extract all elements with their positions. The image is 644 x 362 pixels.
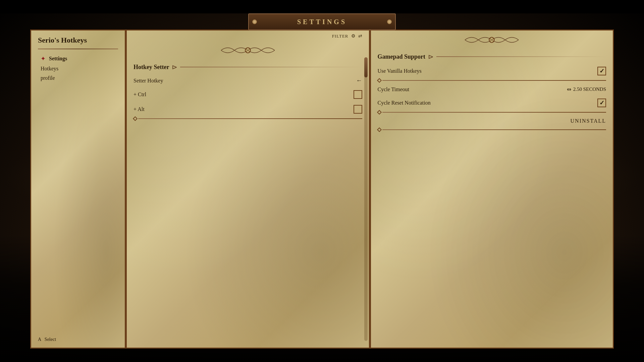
- uninstall-button[interactable]: UNINSTALL: [571, 118, 606, 124]
- middle-scrollbar[interactable]: [364, 57, 368, 341]
- divider-knot-3: [378, 128, 606, 131]
- cycle-timeout-value-container: ⇔ 2.50 SECONDS: [567, 86, 606, 93]
- knot-seg-3: [382, 129, 606, 130]
- nav-item-profile[interactable]: profile: [38, 73, 118, 83]
- ctrl-checkbox[interactable]: [354, 90, 362, 99]
- vanilla-hotkeys-row: Use Vanilla Hotkeys: [378, 63, 606, 78]
- svg-point-1: [489, 37, 494, 43]
- nav-label-settings: Settings: [49, 56, 67, 62]
- knot-diamond-left: [133, 116, 138, 121]
- divider-knot-2: [378, 111, 606, 114]
- cycle-reset-checkbox[interactable]: [597, 99, 606, 107]
- alt-label: + Alt: [133, 106, 145, 112]
- cycle-arrows-icon[interactable]: ⇔: [567, 86, 571, 93]
- filter-bar: FILTER ⚙ ⇄: [133, 31, 362, 41]
- settings-title: SETTINGS: [297, 18, 347, 26]
- celtic-ornament-right: [462, 33, 522, 47]
- filter-label: FILTER: [332, 34, 348, 39]
- cycle-timeout-value: 2.50 SECONDS: [573, 86, 606, 92]
- select-label: Select: [45, 337, 56, 342]
- vanilla-hotkeys-checkbox[interactable]: [597, 67, 606, 75]
- knot-d2: [377, 110, 381, 115]
- left-panel: Serio's Hotkeys ✦ Settings Hotkeys profi…: [30, 29, 126, 349]
- svg-point-0: [245, 48, 251, 53]
- filter-icon[interactable]: ⚙: [351, 33, 356, 39]
- hotkey-setter-header: Hotkey Setter ⊳: [133, 58, 362, 74]
- knot-d1: [377, 78, 381, 83]
- knot-seg-2: [382, 112, 606, 113]
- setter-hotkey-value[interactable]: ←: [356, 77, 362, 84]
- vanilla-hotkeys-label: Use Vanilla Hotkeys: [378, 68, 422, 74]
- nav-item-hotkeys[interactable]: Hotkeys: [38, 64, 118, 73]
- ctrl-label: + Ctrl: [133, 92, 146, 98]
- cycle-timeout-label: Cycle Timeout: [378, 86, 410, 93]
- select-key: A: [38, 337, 41, 342]
- gamepad-support-title: Gamepad Support: [378, 53, 426, 60]
- knot-seg-1: [382, 80, 606, 81]
- hotkey-setter-title: Hotkey Setter: [133, 64, 169, 71]
- alt-checkbox[interactable]: [354, 105, 362, 114]
- middle-bottom-divider: [133, 117, 362, 120]
- filter-arrows-icon[interactable]: ⇄: [358, 33, 362, 39]
- scrollbar-thumb[interactable]: [364, 57, 368, 77]
- cycle-reset-row: Cycle Reset Notification: [378, 95, 606, 110]
- nav-item-settings[interactable]: ✦ Settings: [38, 53, 118, 64]
- knot-line-seg: [138, 118, 362, 119]
- hotkey-setter-line: [180, 67, 362, 67]
- gamepad-ornament: ⊳: [428, 53, 434, 61]
- nav-label-profile: profile: [41, 75, 55, 81]
- header-bolt-left: [252, 19, 257, 24]
- middle-panel: FILTER ⚙ ⇄ Hotkey Setter ⊳: [126, 29, 370, 349]
- hotkey-setter-ornament: ⊳: [172, 63, 177, 71]
- celtic-ornament-middle: [218, 44, 278, 57]
- app-title: Serio's Hotkeys: [38, 36, 118, 45]
- gamepad-section-line: [436, 56, 606, 57]
- panels-container: Serio's Hotkeys ✦ Settings Hotkeys profi…: [30, 29, 614, 349]
- divider-knot-1: [378, 79, 606, 82]
- alt-row: + Alt: [133, 102, 362, 116]
- ctrl-row: + Ctrl: [133, 87, 362, 102]
- settings-active-icon: ✦: [41, 55, 46, 62]
- knot-d3: [377, 127, 381, 132]
- settings-header: SETTINGS: [248, 13, 396, 30]
- select-hint: A Select: [38, 334, 118, 342]
- uninstall-container: UNINSTALL: [378, 115, 606, 127]
- right-panel: Gamepad Support ⊳ Use Vanilla Hotkeys Cy…: [370, 29, 614, 349]
- header-bolt-right: [387, 19, 392, 24]
- gamepad-support-header: Gamepad Support ⊳: [378, 48, 606, 63]
- title-divider: [38, 49, 118, 49]
- setter-hotkey-label: Setter Hotkey: [133, 78, 163, 84]
- setter-hotkey-row: Setter Hotkey ←: [133, 74, 362, 87]
- middle-top-ornament: [133, 41, 362, 58]
- cycle-timeout-row: Cycle Timeout ⇔ 2.50 SECONDS: [378, 83, 606, 95]
- right-top-ornament: [378, 31, 606, 48]
- ui-wrapper: SETTINGS Serio's Hotkeys ✦ Settings Hotk…: [30, 13, 614, 349]
- cycle-reset-label: Cycle Reset Notification: [378, 100, 431, 106]
- nav-label-hotkeys: Hotkeys: [41, 66, 58, 72]
